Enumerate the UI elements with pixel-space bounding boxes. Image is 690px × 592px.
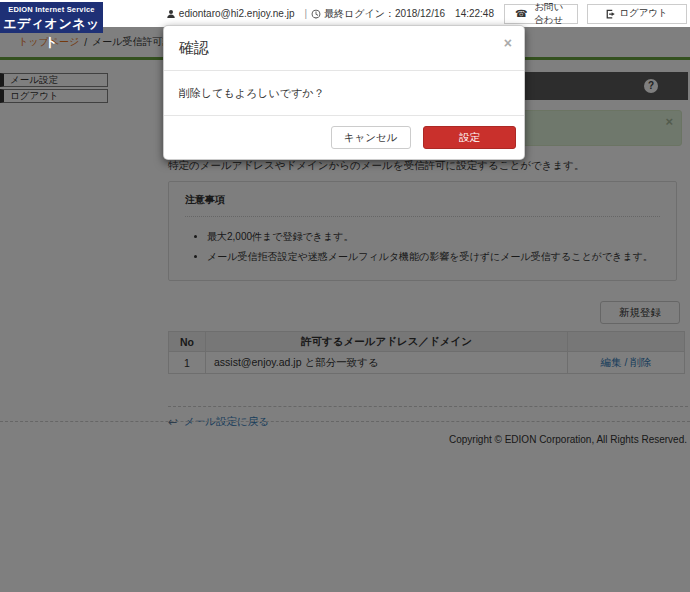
dialog-header: 確認 ×: [164, 26, 524, 71]
logout-button-label: ログアウト: [619, 7, 668, 20]
logout-icon: [606, 9, 616, 19]
dialog-title: 確認: [179, 39, 209, 56]
dialog-footer: キャンセル 設定: [164, 116, 524, 159]
logo-line2: エディオンネット: [0, 15, 103, 51]
top-bar: ediontaro@hi2.enjoy.ne.jp | 最終ログイン：2018/…: [0, 0, 690, 27]
logout-button[interactable]: ログアウト: [587, 4, 687, 24]
logo-line1: EDION Internet Service: [0, 5, 103, 14]
clock-icon: [311, 9, 321, 19]
confirm-button[interactable]: 設定: [423, 126, 516, 149]
user-icon: [166, 9, 176, 19]
phone-icon: ☎: [515, 9, 527, 19]
account-email: ediontaro@hi2.enjoy.ne.jp: [179, 8, 295, 19]
contact-button-label: お問い合わせ: [530, 1, 567, 27]
cancel-button[interactable]: キャンセル: [331, 126, 411, 149]
confirm-dialog: 確認 × 削除してもよろしいですか？ キャンセル 設定: [163, 25, 525, 160]
edion-logo[interactable]: EDION Internet Service エディオンネット: [0, 2, 103, 33]
dialog-close-icon[interactable]: ×: [504, 35, 512, 51]
last-login-text: 最終ログイン：2018/12/16 14:22:48: [324, 7, 494, 21]
account-info: ediontaro@hi2.enjoy.ne.jp: [166, 8, 295, 19]
last-login: 最終ログイン：2018/12/16 14:22:48: [311, 7, 494, 21]
dialog-message: 削除してもよろしいですか？: [164, 71, 524, 116]
page-background: ediontaro@hi2.enjoy.ne.jp | 最終ログイン：2018/…: [0, 0, 690, 592]
topbar-separator: |: [304, 8, 307, 19]
contact-button[interactable]: ☎ お問い合わせ: [504, 4, 578, 24]
